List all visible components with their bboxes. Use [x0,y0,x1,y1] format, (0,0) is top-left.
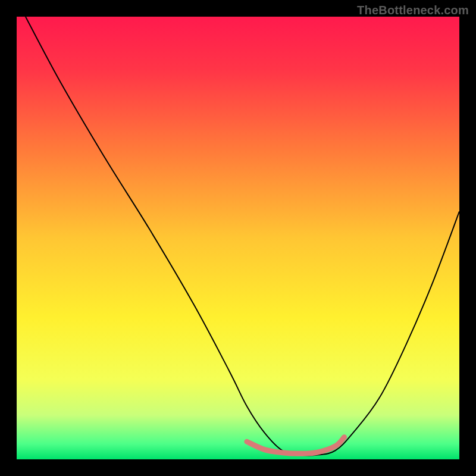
watermark-text: TheBottleneck.com [357,4,469,17]
chart-svg [17,17,459,459]
chart-frame [17,17,459,459]
gradient-background [17,17,459,459]
